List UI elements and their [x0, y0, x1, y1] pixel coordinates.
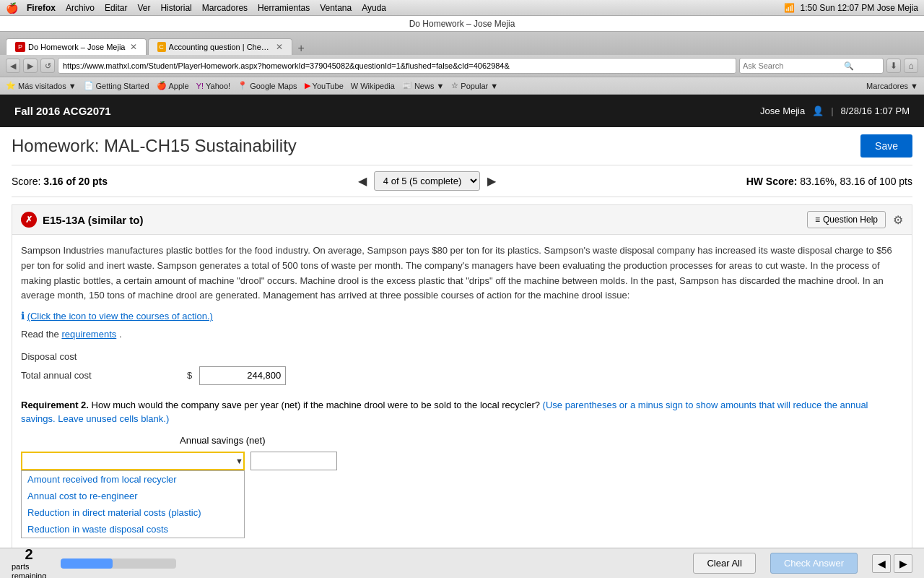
table-area: Disposal cost Total annual cost $	[12, 351, 912, 398]
check-answer-button[interactable]: Check Answer	[770, 553, 858, 574]
bookmark-popular-icon: ☆	[451, 81, 458, 90]
save-button[interactable]: Save	[860, 134, 912, 158]
browser-bookmarks: ⭐ Más visitados ▼ 📄 Getting Started 🍎 Ap…	[0, 77, 924, 95]
archivo-menu[interactable]: Archivo	[66, 3, 95, 13]
bookmark-apple[interactable]: 🍎 Apple	[157, 81, 189, 90]
parts-remaining: 2 parts remaining	[12, 546, 46, 578]
tab-close-1[interactable]: ✕	[130, 42, 137, 52]
bookmark-youtube[interactable]: ▶ YouTube	[305, 81, 344, 90]
info-icon: ℹ	[21, 310, 25, 322]
total-dollar-sign: $	[187, 370, 192, 381]
herramientas-menu[interactable]: Herramientas	[258, 3, 310, 13]
bookmark-news[interactable]: 📰 News ▼	[402, 81, 444, 90]
marcadores-menu[interactable]: Marcadores	[202, 3, 248, 13]
score-nav: ◀ 4 of 5 (5 complete) ▶	[358, 171, 496, 191]
dropdown-menu: Amount received from local recycler Annu…	[21, 470, 245, 538]
bookmark-wiki-label: Wikipedia	[360, 82, 395, 90]
clear-all-button[interactable]: Clear All	[693, 553, 755, 574]
mac-menubar: 🍎 Firefox Archivo Editar Ver Historial M…	[0, 0, 924, 16]
ver-menu[interactable]: Ver	[137, 3, 150, 13]
search-box[interactable]: 🔍	[739, 58, 884, 74]
requirements-link[interactable]: requirements	[61, 329, 116, 340]
hw-score-label: HW Score:	[746, 176, 798, 187]
bookmark-wikipedia[interactable]: W Wikipedia	[351, 82, 395, 90]
total-annual-input[interactable]	[199, 366, 286, 385]
bottom-nav-arrows: ◀ ▶	[872, 554, 912, 573]
remaining-text: remaining	[12, 571, 46, 579]
annual-savings-table: Annual savings (net) Amount received fro…	[21, 435, 903, 550]
address-bar[interactable]	[58, 58, 736, 74]
hw-score: HW Score: 83.16%, 83.16 of 100 pts	[746, 176, 912, 187]
dropdown-menu-item-2[interactable]: Annual cost to re-engineer	[22, 488, 244, 504]
bookmark-yahoo[interactable]: Y! Yahoo!	[196, 82, 230, 90]
search-input[interactable]	[743, 61, 844, 70]
question-header: ✗ E15-13A (similar to) ≡ Question Help ⚙	[12, 205, 912, 235]
bookmark-yahoo-label: Yahoo!	[206, 82, 230, 90]
savings-header: Annual savings (net)	[180, 435, 903, 446]
ayuda-menu[interactable]: Ayuda	[362, 3, 386, 13]
dropdown-menu-item-1[interactable]: Amount received from local recycler	[22, 471, 244, 488]
search-icon[interactable]: 🔍	[844, 61, 854, 71]
hw-score-value: 83.16%, 83.16 of 100 pts	[800, 176, 912, 187]
bookmark-getting-label: Getting Started	[96, 82, 149, 90]
bookmark-getting-started[interactable]: 📄 Getting Started	[84, 81, 149, 90]
score-value: 3.16 of 20 pts	[43, 176, 108, 187]
progress-bar	[61, 558, 176, 569]
tab-do-homework[interactable]: P Do Homework – Jose Mejia ✕	[6, 38, 147, 55]
progress-bar-fill	[61, 558, 113, 569]
user-icon: 👤	[812, 105, 824, 116]
gear-icon-button[interactable]: ⚙	[893, 213, 903, 227]
req2-text: Requirement 2. How much would the compan…	[21, 398, 903, 426]
nav-back-button[interactable]: ◀	[6, 59, 20, 73]
dropdown-container-1: Amount received from local recycler Annu…	[21, 452, 245, 470]
parts-count: 2	[25, 546, 33, 562]
tab-chegg[interactable]: C Accounting question | Chegg.com ✕	[148, 38, 292, 55]
bookmark-google-maps[interactable]: 📍 Google Maps	[237, 81, 297, 90]
download-button[interactable]: ⬇	[886, 59, 901, 73]
bookmark-popular[interactable]: ☆ Popular ▼	[451, 81, 498, 90]
bookmark-popular-label: Popular	[461, 82, 488, 90]
ventana-menu[interactable]: Ventana	[320, 3, 352, 13]
question-body: Sampson Industries manufactures plastic …	[21, 243, 903, 303]
dropdown-menu-item-3[interactable]: Reduction in direct material costs (plas…	[22, 504, 244, 521]
apple-menu[interactable]: 🍎	[6, 2, 18, 14]
tab-close-2[interactable]: ✕	[276, 42, 283, 52]
firefox-menu[interactable]: Firefox	[27, 3, 56, 13]
home-button[interactable]: ⌂	[904, 59, 918, 73]
bookmark-popular-arrow: ▼	[490, 82, 498, 90]
nav-next-button[interactable]: ▶	[487, 174, 496, 188]
question-box: ✗ E15-13A (similar to) ≡ Question Help ⚙…	[12, 204, 912, 550]
disposal-cost-row: Disposal cost	[21, 351, 903, 362]
tab-label-1: Do Homework – Jose Mejia	[28, 43, 126, 51]
homework-title-bar: Homework: MAL-CH15 Sustainability Save	[12, 127, 912, 165]
bookmark-mas-visitados[interactable]: ⭐ Más visitados ▼	[6, 81, 77, 90]
editar-menu[interactable]: Editar	[105, 3, 127, 13]
menu-items: Firefox Archivo Editar Ver Historial Mar…	[27, 3, 386, 13]
homework-title: Homework: MAL-CH15 Sustainability	[12, 136, 297, 156]
savings-input-1[interactable]	[250, 452, 337, 470]
courses-link[interactable]: (Click the icon to view the courses of a…	[27, 311, 213, 322]
bookmark-gmaps-label: Google Maps	[250, 82, 297, 90]
question-text: Sampson Industries manufactures plastic …	[12, 235, 912, 351]
bookmark-news-icon: 📰	[402, 81, 412, 90]
question-help-label: Question Help	[823, 215, 878, 225]
dropdown-select-1[interactable]: Amount received from local recycler Annu…	[21, 452, 245, 470]
tab-add-button[interactable]: +	[294, 42, 309, 55]
tab-favicon-1: P	[15, 42, 25, 52]
savings-row-1: Amount received from local recycler Annu…	[21, 452, 903, 470]
dropdown-menu-item-4[interactable]: Reduction in waste disposal costs	[22, 521, 244, 538]
disposal-label: Disposal cost	[21, 351, 180, 362]
historial-menu[interactable]: Historial	[160, 3, 191, 13]
nav-prev-button[interactable]: ◀	[358, 174, 367, 188]
nav-reload-button[interactable]: ↺	[40, 59, 55, 73]
bookmark-apple-label: Apple	[169, 82, 189, 90]
marcadores-right[interactable]: Marcadores ▼	[866, 82, 918, 90]
nav-forward-button[interactable]: ▶	[23, 59, 38, 73]
user-name: Jose Mejia	[760, 105, 805, 116]
bottom-nav-next[interactable]: ▶	[894, 554, 912, 573]
question-selector[interactable]: 4 of 5 (5 complete)	[374, 171, 480, 191]
bookmark-mas-arrow: ▼	[69, 82, 77, 90]
bottom-nav-prev[interactable]: ◀	[872, 554, 891, 573]
window-title: Do Homework – Jose Mejia	[409, 19, 515, 29]
question-help-button[interactable]: ≡ Question Help	[807, 211, 886, 228]
